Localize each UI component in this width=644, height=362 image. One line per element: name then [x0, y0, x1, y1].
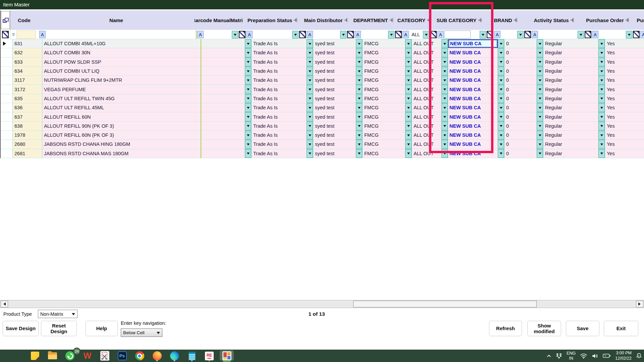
- cell-code[interactable]: 634: [13, 67, 42, 76]
- cell-dropdown-button[interactable]: [405, 103, 412, 112]
- cell-dropdown-button[interactable]: [356, 94, 362, 103]
- cell-barcode[interactable]: [201, 103, 252, 112]
- cell-sub_category[interactable]: NEW SUB CA: [448, 39, 504, 48]
- filter-dropdown-button[interactable]: [626, 31, 632, 39]
- table-row[interactable]: 3117NUTRIWRAP CLING FLIM 9+2MTRTrade As …: [1, 76, 644, 85]
- cell-dropdown-button[interactable]: [598, 48, 605, 57]
- cell-dropdown-button[interactable]: [441, 67, 448, 75]
- cell-dropdown-button[interactable]: [356, 76, 362, 84]
- cell-barcode[interactable]: [201, 76, 252, 85]
- cell-category[interactable]: ALL OUT: [412, 39, 448, 48]
- cell-department[interactable]: FMCG: [363, 85, 412, 94]
- cell-sub_category[interactable]: NEW SUB CA: [448, 67, 504, 76]
- column-header-brand[interactable]: BRAND: [487, 10, 524, 30]
- cell-category[interactable]: ALL OUT: [412, 58, 448, 67]
- cell-preparation_status[interactable]: Trade As Is: [252, 67, 313, 76]
- grid-corner-button[interactable]: [1, 11, 10, 29]
- cell-dropdown-button[interactable]: [537, 67, 543, 75]
- cell-code[interactable]: 1978: [13, 131, 42, 140]
- cell-dropdown-button[interactable]: [356, 58, 362, 66]
- cell-dropdown-button[interactable]: [245, 67, 251, 75]
- cell-brand[interactable]: 0: [504, 131, 543, 140]
- filter-dropdown-button[interactable]: [388, 31, 394, 39]
- cell-dropdown-button[interactable]: [405, 140, 412, 148]
- font-filter-icon[interactable]: A: [532, 31, 538, 38]
- font-filter-icon[interactable]: A: [640, 31, 644, 38]
- cell-main_distributor[interactable]: syed test: [313, 103, 363, 112]
- cell-barcode[interactable]: [201, 140, 252, 149]
- cell-activity_status[interactable]: Regular: [543, 140, 605, 149]
- cell-category[interactable]: ALL OUT: [412, 140, 448, 149]
- cell-department[interactable]: FMCG: [363, 48, 412, 57]
- font-filter-icon[interactable]: A: [246, 31, 253, 38]
- filter-icon[interactable]: [2, 31, 9, 38]
- cell-brand[interactable]: 0: [504, 67, 543, 76]
- filter-icon[interactable]: [299, 31, 306, 38]
- cell-dropdown-button[interactable]: [405, 149, 412, 158]
- cell-dropdown-button[interactable]: [356, 39, 362, 48]
- cell-dropdown-button[interactable]: [598, 76, 605, 84]
- cell-dropdown-button[interactable]: [307, 94, 313, 103]
- pin-icon[interactable]: [514, 18, 518, 22]
- cell-value[interactable]: NEW SUB CA: [448, 131, 498, 139]
- filter-dropdown-button[interactable]: [340, 31, 346, 39]
- cell-activity_status[interactable]: Regular: [543, 48, 605, 57]
- cell-name[interactable]: ALLOUT COMBI 30N: [42, 48, 201, 57]
- cell-dropdown-button[interactable]: [537, 131, 543, 139]
- cell-value[interactable]: NEW SUB CA: [448, 140, 498, 148]
- column-header-main_distributor[interactable]: Main Distributor: [303, 10, 350, 30]
- cell-dropdown-button[interactable]: [598, 103, 605, 112]
- cell-dropdown-button[interactable]: [405, 131, 412, 139]
- cell-dropdown-button[interactable]: [598, 58, 605, 66]
- cell-dropdown-button[interactable]: [245, 131, 251, 139]
- cell-activity_status[interactable]: Regular: [543, 149, 605, 158]
- language-indicator[interactable]: ENG IN: [567, 351, 576, 361]
- cell-category[interactable]: ALL OUT: [412, 85, 448, 94]
- cell-department[interactable]: FMCG: [363, 76, 412, 85]
- taskbar-app-chrome[interactable]: [131, 350, 148, 362]
- code-filter-input[interactable]: [16, 31, 36, 39]
- cell-name[interactable]: ALLOUT ULT REFILL TWIN 45G: [42, 94, 201, 103]
- cell-category[interactable]: ALL OUT: [412, 48, 448, 57]
- cell-brand[interactable]: 0: [504, 103, 543, 112]
- cell-sub_category[interactable]: NEW SUB CA: [448, 112, 504, 121]
- cell-dropdown-button[interactable]: [498, 140, 504, 148]
- cell-value[interactable]: NEW SUB CA: [448, 103, 498, 112]
- cell-preparation_status[interactable]: Trade As Is: [252, 131, 313, 140]
- cell-code[interactable]: 633: [13, 58, 42, 67]
- cell-preparation_status[interactable]: Trade As Is: [252, 112, 313, 121]
- cell-dropdown-button[interactable]: [498, 131, 504, 139]
- cell-department[interactable]: FMCG: [363, 131, 412, 140]
- cell-activity_status[interactable]: Regular: [543, 94, 605, 103]
- battery-charging-icon[interactable]: [603, 353, 611, 358]
- pin-icon[interactable]: [344, 18, 348, 22]
- cell-dropdown-button[interactable]: [598, 85, 605, 94]
- cell-dropdown-button[interactable]: [356, 122, 362, 130]
- cell-purchase_order[interactable]: Yes: [605, 94, 644, 103]
- font-filter-icon[interactable]: A: [402, 31, 409, 38]
- scrollbar-thumb[interactable]: [353, 301, 537, 307]
- taskbar-app-whatsapp[interactable]: 24: [61, 350, 78, 362]
- wifi-icon[interactable]: [580, 353, 587, 359]
- cell-dropdown-button[interactable]: [405, 67, 412, 75]
- cell-activity_status[interactable]: Regular: [543, 67, 605, 76]
- filter-cell-code[interactable]: =: [10, 30, 39, 39]
- cell-brand[interactable]: 0: [504, 76, 543, 85]
- cell-dropdown-button[interactable]: [498, 39, 504, 48]
- filter-cell-barcode[interactable]: A: [197, 30, 246, 39]
- cell-preparation_status[interactable]: Trade As Is: [252, 85, 313, 94]
- cell-dropdown-button[interactable]: [356, 103, 362, 112]
- filter-icon[interactable]: [487, 31, 493, 38]
- table-row[interactable]: 1978ALLOUT REFILL 60N (PK OF 3)Trade As …: [1, 131, 644, 140]
- cell-brand[interactable]: 0: [504, 58, 543, 67]
- taskbar-app-photoshop[interactable]: Ps: [113, 350, 131, 362]
- cell-dropdown-button[interactable]: [356, 67, 362, 75]
- taskbar-app-sticky-notes[interactable]: [26, 350, 44, 362]
- cell-sub_category[interactable]: NEW SUB CA: [448, 48, 504, 57]
- cell-dropdown-button[interactable]: [356, 85, 362, 94]
- cell-dropdown-button[interactable]: [441, 58, 448, 66]
- cell-dropdown-button[interactable]: [441, 76, 448, 84]
- save-design-button[interactable]: Save Design: [3, 321, 39, 336]
- cell-value[interactable]: NEW SUB CA: [448, 85, 498, 94]
- cell-purchase_order[interactable]: Yes: [605, 103, 644, 112]
